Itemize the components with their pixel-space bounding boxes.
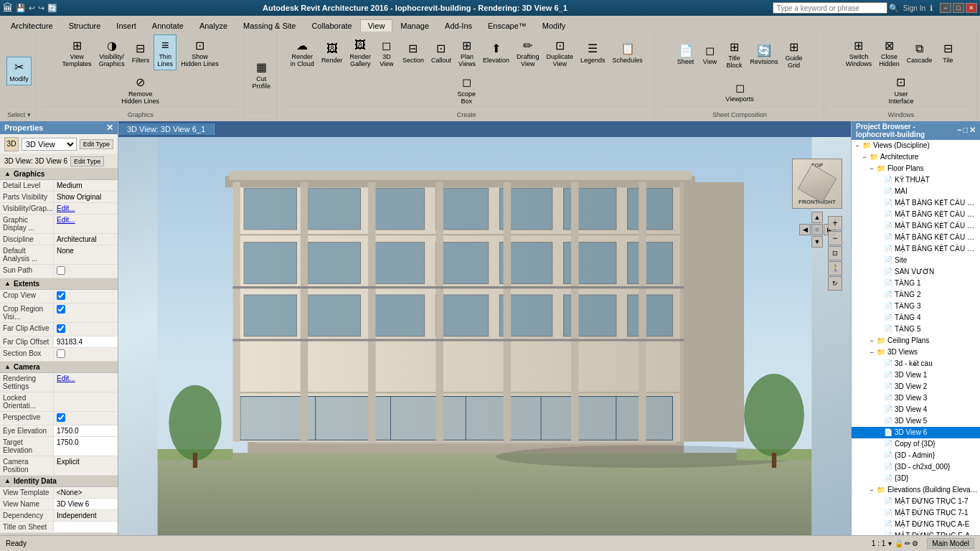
tree-item-tang3[interactable]: 📄TẦNG 3 [852, 301, 980, 312]
nav-up-btn[interactable]: ▲ [811, 212, 823, 223]
nav-down-btn[interactable]: ▼ [811, 236, 823, 248]
camera-section[interactable]: ▲ Camera [0, 362, 118, 373]
cascade-btn[interactable]: ⧉ Cascade [904, 38, 936, 67]
thin-lines-btn[interactable]: ≡ ThinLines [154, 34, 176, 70]
eye-elev-value[interactable]: 1750.0 [54, 425, 118, 436]
tree-item-tang4[interactable]: 📄TẦNG 4 [852, 312, 980, 324]
user-interface-btn[interactable]: ⊡ UserInterface [885, 72, 916, 108]
tree-item-views[interactable]: −📁Views (Discipline) [852, 140, 980, 151]
tab-modify[interactable]: Modify [534, 19, 573, 32]
edit-view-type-btn[interactable]: Edit Type [70, 156, 104, 166]
viewport-tab[interactable]: 3D View: 3D View 6_1 [118, 123, 215, 135]
tab-structure[interactable]: Structure [61, 19, 109, 32]
remove-hidden-lines-btn[interactable]: ⊘ RemoveHidden Lines [118, 72, 162, 108]
tree-item-tang5[interactable]: 📄TẦNG 5 [852, 324, 980, 335]
tree-item-elevations[interactable]: −📁Elevations (Building Elevation) [852, 484, 980, 496]
tree-item-san_vuon[interactable]: 📄SÂN VƯỜN [852, 266, 980, 278]
tab-manage[interactable]: Manage [392, 19, 437, 32]
sheet-btn[interactable]: 📄 Sheet [674, 39, 697, 68]
crop-view-checkbox[interactable] [57, 291, 65, 300]
schedules-btn[interactable]: 📋 Schedules [610, 38, 646, 67]
far-clip-active-checkbox[interactable] [57, 324, 65, 333]
tree-item-copy_3d[interactable]: 📄Copy of {3D} [852, 438, 980, 450]
rs-value[interactable]: Edit... [54, 373, 118, 392]
show-hidden-lines-btn[interactable]: ⊡ ShowHidden Lines [178, 34, 222, 70]
revisions-btn[interactable]: 🔄 Revisions [748, 39, 781, 68]
tree-item-mat_bang_tang3[interactable]: 📄MẶT BẰNG KẾT CẤU TẦNG ... [852, 232, 980, 243]
tree-item-ky_thuat[interactable]: 📄KỸ THUẬT [852, 174, 980, 186]
pb-restore-btn[interactable]: □ [963, 126, 968, 135]
tree-toggle-elevations[interactable]: − [867, 486, 876, 494]
tile-btn[interactable]: ⊟ Tile [936, 38, 959, 67]
restore-btn[interactable]: □ [953, 3, 964, 13]
tree-item-3d_views[interactable]: −📁3D Views [852, 347, 980, 358]
search-icon[interactable]: 🔍 [889, 4, 899, 13]
tree-item-mat_bang_tang4[interactable]: 📄MẶT BẰNG KẾT CẤU TẦNG ... [852, 243, 980, 255]
tree-item-3d_view5[interactable]: 📄3D View 5 [852, 415, 980, 427]
guide-grid-btn[interactable]: ⊞ GuideGrid [783, 36, 806, 72]
render-cloud-btn[interactable]: ☁ Renderin Cloud [288, 34, 317, 70]
tree-item-ceiling_plans[interactable]: −📁Ceiling Plans [852, 335, 980, 347]
tree-item-3d_admin[interactable]: 📄{3D - Admin} [852, 450, 980, 461]
tree-toggle-views[interactable]: − [853, 141, 862, 150]
tab-insert[interactable]: Insert [108, 19, 144, 32]
zoom-in-btn[interactable]: + [828, 216, 842, 230]
nav-left-btn[interactable]: ◀ [799, 224, 811, 235]
tree-item-mat_bang_tang1[interactable]: 📄MẶT BẰNG KẾT CẤU TẦNG ... [852, 209, 980, 220]
drafting-view-btn[interactable]: ✏ DraftingView [514, 34, 542, 70]
target-elev-value[interactable]: 1750.0 [54, 437, 118, 456]
tree-toggle-3d_views[interactable]: − [867, 348, 876, 357]
viewports-btn[interactable]: ◻ Viewports [722, 77, 756, 105]
type-dropdown[interactable]: 3D View [22, 138, 77, 151]
legends-btn[interactable]: ☰ Legends [578, 38, 608, 67]
tree-item-arch[interactable]: −📁Architecture [852, 151, 980, 163]
tree-item-mat_bang_mong[interactable]: 📄MẶT BẰNG KẾT CẤU MÓNG [852, 197, 980, 209]
tree-item-mat_dung_ea[interactable]: 📄MẶT ĐỨNG TRỤC E-A [852, 530, 980, 535]
sign-in-btn[interactable]: Sign In [903, 4, 925, 12]
zoom-out-btn[interactable]: − [828, 231, 842, 245]
tree-item-3d_view1[interactable]: 📄3D View 1 [852, 369, 980, 381]
elevation-btn[interactable]: ⬆ Elevation [480, 38, 512, 67]
zoom-fit-btn[interactable]: ⊡ [828, 246, 842, 260]
sun-path-checkbox[interactable] [57, 266, 65, 275]
tab-massing[interactable]: Massing & Site [235, 19, 303, 32]
crop-region-checkbox[interactable] [57, 305, 65, 314]
qat-sync[interactable]: 🔄 [47, 4, 57, 13]
filters-btn[interactable]: ⊟ Filters [129, 38, 153, 67]
switch-windows-btn[interactable]: ⊞ SwitchWindows [843, 34, 875, 70]
tree-item-3d_view6[interactable]: 📄3D View 6 [852, 427, 980, 438]
tab-addins[interactable]: Add-Ins [437, 19, 480, 32]
tree-toggle-arch[interactable]: − [860, 153, 869, 161]
tree-item-mat_dung_71[interactable]: 📄MẶT ĐỨNG TRỤC 7-1 [852, 507, 980, 519]
3d-view-btn[interactable]: ◻ 3DView [375, 34, 398, 70]
sun-path-value[interactable] [54, 265, 118, 278]
tree-item-mat_dung_ae[interactable]: 📄MẶT ĐỨNG TRỤC A-E [852, 519, 980, 530]
plan-views-btn[interactable]: ⊞ PlanViews [456, 34, 479, 70]
minimize-btn[interactable]: − [940, 3, 951, 13]
render-btn[interactable]: 🖼 Render [319, 38, 346, 67]
perspective-value[interactable] [54, 412, 118, 425]
tab-enscape[interactable]: Enscape™ [480, 19, 534, 32]
tab-collaborate[interactable]: Collaborate [303, 19, 359, 32]
info-icon[interactable]: ℹ [930, 4, 933, 13]
section-box-checkbox[interactable] [57, 349, 65, 358]
perspective-checkbox[interactable] [57, 413, 65, 422]
tree-toggle-ceiling_plans[interactable]: − [867, 336, 876, 345]
qat-save[interactable]: 💾 [16, 4, 26, 13]
tree-item-3d_view3[interactable]: 📄3D View 3 [852, 392, 980, 404]
graphics-section[interactable]: ▲ Graphics [0, 169, 118, 180]
render-gallery-btn[interactable]: 🖼 RenderGallery [347, 34, 374, 70]
tree-item-tang1[interactable]: 📄TẦNG 1 [852, 278, 980, 289]
modify-btn[interactable]: ✂ Modify [6, 57, 32, 85]
nav-center-btn[interactable]: ○ [811, 224, 823, 235]
pb-close-btn[interactable]: ✕ [969, 126, 976, 135]
crop-region-value[interactable] [54, 303, 118, 322]
scale-arrow[interactable]: ▾ [888, 540, 892, 547]
section-btn[interactable]: ⊟ Section [400, 38, 427, 67]
close-hidden-btn[interactable]: ⊠ CloseHidden [876, 34, 903, 70]
title-block-btn[interactable]: ⊞ TitleBlock [723, 36, 746, 72]
far-clip-offset-value[interactable]: 93183.4 [54, 336, 118, 347]
search-input[interactable] [773, 2, 887, 14]
crop-view-value[interactable] [54, 290, 118, 303]
tab-analyze[interactable]: Analyze [192, 19, 235, 32]
